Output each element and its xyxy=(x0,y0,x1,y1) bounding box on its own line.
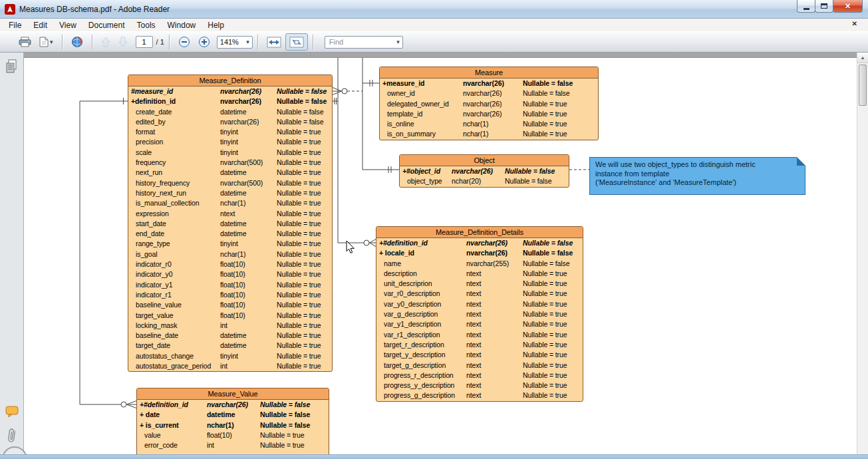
column-type: ntext xyxy=(466,330,481,340)
fit-width-button[interactable] xyxy=(263,33,285,51)
scroll-up-button[interactable]: ▲ xyxy=(857,53,868,63)
er-table-row: var_r0_descriptionntextNullable = true xyxy=(376,289,583,299)
comment-bubble-icon xyxy=(5,406,19,418)
column-name: precision xyxy=(128,137,163,147)
column-nullable: Nullable = true xyxy=(523,289,567,299)
er-table-row: indicator_r0float(10)Nullable = true xyxy=(128,259,332,269)
menu-item-help[interactable]: Help xyxy=(202,19,230,31)
collaborate-button[interactable] xyxy=(67,33,87,51)
menu-item-view[interactable]: View xyxy=(53,19,82,31)
page-thumbnails-button[interactable] xyxy=(0,59,24,74)
column-nullable: Nullable = true xyxy=(523,361,567,371)
menubar-close-icon[interactable]: ✕ xyxy=(852,20,857,27)
column-name: baseline_date xyxy=(128,331,178,341)
column-type: nvarchar(26) xyxy=(220,86,261,96)
menu-item-document[interactable]: Document xyxy=(82,19,131,31)
find-caret-icon[interactable]: ▾ xyxy=(396,39,402,45)
find-input[interactable] xyxy=(325,38,396,46)
column-nullable: Nullable = false xyxy=(523,259,570,269)
toolbar-separator xyxy=(92,35,92,49)
column-name: var_y0_description xyxy=(376,299,441,309)
er-table-row: unit_descriprionntextNullable = true xyxy=(376,279,583,289)
menu-item-file[interactable]: File xyxy=(3,19,27,31)
column-type: tinyint xyxy=(220,127,238,137)
er-table-row: baseline_valuefloat(10)Nullable = true xyxy=(128,300,332,310)
close-button[interactable]: ✕ xyxy=(833,0,863,13)
page-number-input[interactable] xyxy=(136,36,153,48)
printer-icon xyxy=(19,37,31,47)
adobe-reader-app-icon xyxy=(5,4,15,15)
column-nullable: Nullable = true xyxy=(277,311,321,321)
er-table-row: autostatus_changetinyintNullable = true xyxy=(128,351,332,361)
column-nullable: Nullable = false xyxy=(277,96,327,106)
column-name: edited_by xyxy=(128,117,166,127)
er-table-title: Measure_Definition_Details xyxy=(376,227,583,238)
column-type: ntext xyxy=(466,299,481,309)
column-nullable: Nullable = true xyxy=(277,158,321,168)
column-type: tinyint xyxy=(220,148,238,158)
column-type: ntext xyxy=(466,361,481,371)
zoom-in-button[interactable] xyxy=(194,33,214,51)
column-nullable: Nullable = true xyxy=(277,249,321,259)
column-name: format xyxy=(128,127,155,137)
page-total-label: / 1 xyxy=(156,38,164,46)
up-arrow-icon xyxy=(101,37,110,47)
er-table-row: precisiontinyintNullable = true xyxy=(128,137,332,147)
column-nullable: Nullable = true xyxy=(277,198,321,208)
er-table-row: indicator_r1float(10)Nullable = true xyxy=(128,290,332,300)
column-type: ntext xyxy=(220,209,235,219)
column-type: ntext xyxy=(466,390,481,400)
column-name: value xyxy=(137,430,161,440)
column-type: datetime xyxy=(220,229,246,239)
next-page-button[interactable] xyxy=(114,33,132,51)
er-table-title: Measure_Definition xyxy=(128,75,332,86)
zoom-out-button[interactable] xyxy=(174,33,194,51)
column-name: delegated_owner_id xyxy=(380,99,449,109)
comments-button[interactable] xyxy=(0,406,24,418)
column-name: scale xyxy=(128,148,152,158)
save-copy-button[interactable]: ▾ xyxy=(35,33,57,51)
column-type: ntext xyxy=(466,319,481,329)
column-name: progress_g_description xyxy=(376,390,455,400)
column-nullable: Nullable = true xyxy=(523,309,567,319)
column-nullable: Nullable = true xyxy=(523,279,567,289)
column-type: float(10) xyxy=(220,259,245,269)
print-button[interactable] xyxy=(15,33,35,51)
menu-item-window[interactable]: Window xyxy=(162,19,202,31)
scrollbar-thumb[interactable] xyxy=(859,65,867,106)
er-table-measure: Measure+measure_idnvarchar(26)Nullable =… xyxy=(379,67,599,140)
er-table-row: progress_g_descriptionntextNullable = tr… xyxy=(376,390,583,400)
note-text: We will use two object_types to distingu… xyxy=(595,160,756,186)
column-name: +#definition_id xyxy=(376,238,428,248)
column-type: ntext xyxy=(466,279,481,289)
column-nullable: Nullable = true xyxy=(260,430,305,440)
column-type: int xyxy=(220,361,227,371)
column-nullable: Nullable = true xyxy=(523,129,567,139)
column-type: datetime xyxy=(220,331,246,341)
zoom-level-combo[interactable]: 141% ▾ xyxy=(217,36,253,49)
note-annotation: We will use two object_types to distingu… xyxy=(589,157,805,195)
titlebar[interactable]: Measures DB-schema.pdf - Adobe Reader ✕ xyxy=(0,0,868,19)
maximize-button[interactable] xyxy=(815,0,833,13)
toolbar-separator xyxy=(257,35,258,49)
er-table-row: expressionntextNullable = true xyxy=(128,209,332,219)
column-name: object_type xyxy=(400,176,442,186)
column-nullable: Nullable = false xyxy=(277,117,324,127)
attachments-button[interactable] xyxy=(0,427,24,444)
column-name: frequency xyxy=(128,158,166,168)
er-table-row: target_datedatetimeNullable = true xyxy=(128,341,332,351)
column-nullable: Nullable = true xyxy=(277,209,321,219)
column-nullable: Nullable = true xyxy=(277,290,321,300)
down-arrow-icon xyxy=(118,37,128,47)
previous-page-button[interactable] xyxy=(97,33,114,51)
column-nullable: Nullable = true xyxy=(260,440,305,450)
column-type: datetime xyxy=(220,107,246,117)
fit-page-button[interactable] xyxy=(285,33,308,51)
vertical-scrollbar[interactable]: ▲ xyxy=(857,53,868,459)
menu-item-tools[interactable]: Tools xyxy=(131,19,162,31)
column-nullable: Nullable = true xyxy=(277,219,321,229)
column-name: target_value xyxy=(128,311,174,321)
menu-item-edit[interactable]: Edit xyxy=(27,19,53,31)
minimize-button[interactable] xyxy=(797,0,815,13)
column-type: float(10) xyxy=(220,290,245,300)
